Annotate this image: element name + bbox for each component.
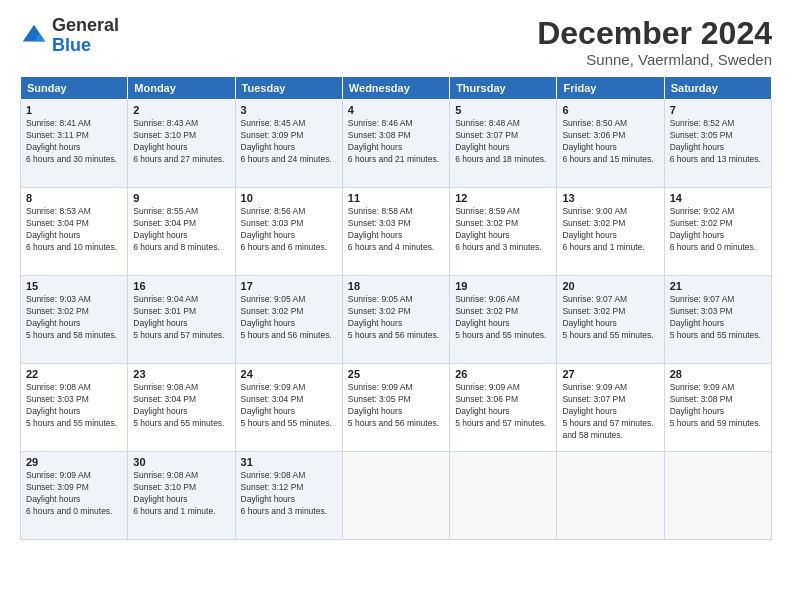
day-number: 17 [241, 280, 337, 292]
calendar-cell [342, 452, 449, 540]
day-info: Sunrise: 9:09 AMSunset: 3:04 PMDaylight … [241, 382, 337, 430]
calendar-week-2: 15 Sunrise: 9:03 AMSunset: 3:02 PMDaylig… [21, 276, 772, 364]
day-number: 12 [455, 192, 551, 204]
header-friday: Friday [557, 77, 664, 100]
calendar-cell: 18 Sunrise: 9:05 AMSunset: 3:02 PMDaylig… [342, 276, 449, 364]
day-info: Sunrise: 8:45 AMSunset: 3:09 PMDaylight … [241, 118, 337, 166]
day-info: Sunrise: 9:07 AMSunset: 3:03 PMDaylight … [670, 294, 766, 342]
calendar-cell: 21 Sunrise: 9:07 AMSunset: 3:03 PMDaylig… [664, 276, 771, 364]
day-number: 19 [455, 280, 551, 292]
day-info: Sunrise: 9:04 AMSunset: 3:01 PMDaylight … [133, 294, 229, 342]
day-info: Sunrise: 9:09 AMSunset: 3:05 PMDaylight … [348, 382, 444, 430]
page: General Blue December 2024 Sunne, Vaerml… [0, 0, 792, 550]
title-block: December 2024 Sunne, Vaermland, Sweden [537, 16, 772, 68]
day-info: Sunrise: 9:05 AMSunset: 3:02 PMDaylight … [241, 294, 337, 342]
calendar-cell: 13 Sunrise: 9:00 AMSunset: 3:02 PMDaylig… [557, 188, 664, 276]
day-info: Sunrise: 8:58 AMSunset: 3:03 PMDaylight … [348, 206, 444, 254]
day-number: 22 [26, 368, 122, 380]
calendar-header-row: Sunday Monday Tuesday Wednesday Thursday… [21, 77, 772, 100]
day-number: 24 [241, 368, 337, 380]
calendar-week-0: 1 Sunrise: 8:41 AMSunset: 3:11 PMDayligh… [21, 100, 772, 188]
day-number: 27 [562, 368, 658, 380]
day-info: Sunrise: 9:08 AMSunset: 3:12 PMDaylight … [241, 470, 337, 518]
header-saturday: Saturday [664, 77, 771, 100]
calendar-cell: 24 Sunrise: 9:09 AMSunset: 3:04 PMDaylig… [235, 364, 342, 452]
day-info: Sunrise: 9:03 AMSunset: 3:02 PMDaylight … [26, 294, 122, 342]
day-number: 14 [670, 192, 766, 204]
calendar-cell: 29 Sunrise: 9:09 AMSunset: 3:09 PMDaylig… [21, 452, 128, 540]
calendar-week-3: 22 Sunrise: 9:08 AMSunset: 3:03 PMDaylig… [21, 364, 772, 452]
day-number: 31 [241, 456, 337, 468]
day-info: Sunrise: 9:07 AMSunset: 3:02 PMDaylight … [562, 294, 658, 342]
day-number: 13 [562, 192, 658, 204]
calendar-cell: 25 Sunrise: 9:09 AMSunset: 3:05 PMDaylig… [342, 364, 449, 452]
calendar-cell: 6 Sunrise: 8:50 AMSunset: 3:06 PMDayligh… [557, 100, 664, 188]
day-number: 11 [348, 192, 444, 204]
calendar-cell: 4 Sunrise: 8:46 AMSunset: 3:08 PMDayligh… [342, 100, 449, 188]
day-number: 7 [670, 104, 766, 116]
day-number: 16 [133, 280, 229, 292]
calendar-cell: 30 Sunrise: 9:08 AMSunset: 3:10 PMDaylig… [128, 452, 235, 540]
calendar-cell: 15 Sunrise: 9:03 AMSunset: 3:02 PMDaylig… [21, 276, 128, 364]
day-number: 4 [348, 104, 444, 116]
day-number: 20 [562, 280, 658, 292]
day-info: Sunrise: 8:52 AMSunset: 3:05 PMDaylight … [670, 118, 766, 166]
calendar-cell: 14 Sunrise: 9:02 AMSunset: 3:02 PMDaylig… [664, 188, 771, 276]
calendar-cell: 26 Sunrise: 9:09 AMSunset: 3:06 PMDaylig… [450, 364, 557, 452]
logo-icon [20, 22, 48, 50]
calendar-cell: 16 Sunrise: 9:04 AMSunset: 3:01 PMDaylig… [128, 276, 235, 364]
day-number: 9 [133, 192, 229, 204]
day-info: Sunrise: 9:08 AMSunset: 3:03 PMDaylight … [26, 382, 122, 430]
day-info: Sunrise: 9:08 AMSunset: 3:10 PMDaylight … [133, 470, 229, 518]
calendar-cell: 19 Sunrise: 9:06 AMSunset: 3:02 PMDaylig… [450, 276, 557, 364]
day-info: Sunrise: 8:59 AMSunset: 3:02 PMDaylight … [455, 206, 551, 254]
day-number: 5 [455, 104, 551, 116]
calendar-cell: 9 Sunrise: 8:55 AMSunset: 3:04 PMDayligh… [128, 188, 235, 276]
calendar-cell: 12 Sunrise: 8:59 AMSunset: 3:02 PMDaylig… [450, 188, 557, 276]
day-info: Sunrise: 8:41 AMSunset: 3:11 PMDaylight … [26, 118, 122, 166]
calendar-cell: 11 Sunrise: 8:58 AMSunset: 3:03 PMDaylig… [342, 188, 449, 276]
calendar-cell: 28 Sunrise: 9:09 AMSunset: 3:08 PMDaylig… [664, 364, 771, 452]
calendar-cell [557, 452, 664, 540]
calendar-cell: 22 Sunrise: 9:08 AMSunset: 3:03 PMDaylig… [21, 364, 128, 452]
calendar-cell: 5 Sunrise: 8:48 AMSunset: 3:07 PMDayligh… [450, 100, 557, 188]
calendar-cell: 17 Sunrise: 9:05 AMSunset: 3:02 PMDaylig… [235, 276, 342, 364]
calendar-table: Sunday Monday Tuesday Wednesday Thursday… [20, 76, 772, 540]
day-info: Sunrise: 9:09 AMSunset: 3:06 PMDaylight … [455, 382, 551, 430]
calendar-cell: 3 Sunrise: 8:45 AMSunset: 3:09 PMDayligh… [235, 100, 342, 188]
day-number: 6 [562, 104, 658, 116]
day-info: Sunrise: 8:53 AMSunset: 3:04 PMDaylight … [26, 206, 122, 254]
header-thursday: Thursday [450, 77, 557, 100]
header-tuesday: Tuesday [235, 77, 342, 100]
day-info: Sunrise: 9:02 AMSunset: 3:02 PMDaylight … [670, 206, 766, 254]
header-sunday: Sunday [21, 77, 128, 100]
logo: General Blue [20, 16, 119, 56]
calendar-cell [664, 452, 771, 540]
calendar-cell: 1 Sunrise: 8:41 AMSunset: 3:11 PMDayligh… [21, 100, 128, 188]
day-number: 23 [133, 368, 229, 380]
calendar-cell: 8 Sunrise: 8:53 AMSunset: 3:04 PMDayligh… [21, 188, 128, 276]
day-info: Sunrise: 8:56 AMSunset: 3:03 PMDaylight … [241, 206, 337, 254]
calendar-cell: 31 Sunrise: 9:08 AMSunset: 3:12 PMDaylig… [235, 452, 342, 540]
day-number: 3 [241, 104, 337, 116]
day-info: Sunrise: 8:55 AMSunset: 3:04 PMDaylight … [133, 206, 229, 254]
day-number: 28 [670, 368, 766, 380]
calendar-cell [450, 452, 557, 540]
day-number: 21 [670, 280, 766, 292]
day-info: Sunrise: 9:00 AMSunset: 3:02 PMDaylight … [562, 206, 658, 254]
day-info: Sunrise: 9:09 AMSunset: 3:09 PMDaylight … [26, 470, 122, 518]
day-number: 2 [133, 104, 229, 116]
day-number: 30 [133, 456, 229, 468]
day-info: Sunrise: 9:09 AMSunset: 3:07 PMDaylight … [562, 382, 658, 441]
day-info: Sunrise: 9:08 AMSunset: 3:04 PMDaylight … [133, 382, 229, 430]
day-number: 25 [348, 368, 444, 380]
calendar-cell: 27 Sunrise: 9:09 AMSunset: 3:07 PMDaylig… [557, 364, 664, 452]
day-number: 1 [26, 104, 122, 116]
day-info: Sunrise: 9:06 AMSunset: 3:02 PMDaylight … [455, 294, 551, 342]
day-info: Sunrise: 8:43 AMSunset: 3:10 PMDaylight … [133, 118, 229, 166]
calendar-week-1: 8 Sunrise: 8:53 AMSunset: 3:04 PMDayligh… [21, 188, 772, 276]
day-number: 26 [455, 368, 551, 380]
header-monday: Monday [128, 77, 235, 100]
main-title: December 2024 [537, 16, 772, 51]
day-info: Sunrise: 9:05 AMSunset: 3:02 PMDaylight … [348, 294, 444, 342]
